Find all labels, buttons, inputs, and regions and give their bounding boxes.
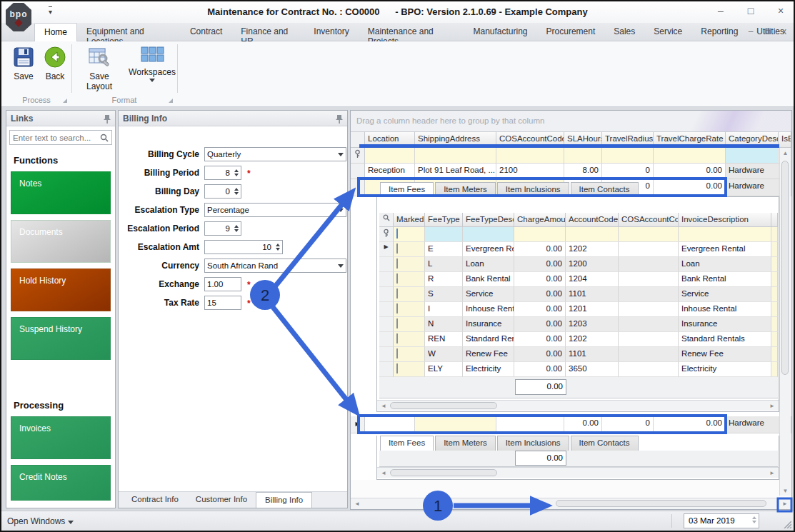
spinner-arrows-icon[interactable] <box>276 244 280 251</box>
cell-invoicedescription[interactable]: Service <box>679 287 771 302</box>
filter-cell-chargeamount[interactable] <box>514 227 566 242</box>
column-header-feetypedesc[interactable]: FeeTypeDesc <box>463 213 514 227</box>
column-header-invoicedescription[interactable]: InvoiceDescription <box>679 213 771 227</box>
cell-travelchargerate[interactable]: 0.00 <box>654 416 726 433</box>
marked-checkbox[interactable] <box>396 333 398 343</box>
currency-select[interactable]: South African Rand <box>204 259 346 273</box>
cell-feetypedesc[interactable]: Inhouse Rental <box>463 302 514 317</box>
filter-cell-travelchargerate[interactable] <box>654 148 726 164</box>
back-button[interactable]: Back <box>33 44 77 81</box>
filter-cell-location[interactable] <box>365 148 415 164</box>
cell-accountcode[interactable]: 1201 <box>566 302 619 317</box>
cell-chargeamount[interactable]: 0.00 <box>514 317 566 332</box>
marked-checkbox[interactable] <box>396 303 398 313</box>
column-header-marked[interactable]: Marked <box>394 213 425 227</box>
cell-location[interactable]: Reception <box>365 164 415 179</box>
tab-service[interactable]: Service <box>644 23 691 41</box>
cell-cosaccountcode[interactable] <box>619 362 679 377</box>
filter-cell-feetypedesc[interactable] <box>463 227 514 242</box>
filter-cell-slahours[interactable] <box>564 148 602 164</box>
cell-chargeamount[interactable]: 0.00 <box>514 257 566 272</box>
cell-travelradius[interactable]: 0 <box>602 416 654 433</box>
scroll-down-icon[interactable]: ▼ <box>780 486 791 496</box>
filter-cell-accountcode[interactable] <box>566 227 619 242</box>
filter-cell-shippingaddress[interactable] <box>415 148 496 164</box>
hold-history-button[interactable]: Hold History <box>11 268 111 311</box>
group-by-bar[interactable]: Drag a column header here to group by th… <box>351 111 791 132</box>
cell-feetypedesc[interactable]: Renew Fee <box>463 347 514 362</box>
tab-contract[interactable]: Contract <box>181 23 231 41</box>
tab-reporting[interactable]: Reporting <box>691 23 747 41</box>
scrollbar-thumb[interactable] <box>781 161 789 375</box>
marked-checkbox[interactable] <box>396 348 398 358</box>
scroll-left-icon[interactable]: ◄ <box>379 401 389 411</box>
cell-accountcode[interactable]: 1202 <box>566 242 619 257</box>
cell-travelchargerate[interactable]: 0.00 <box>654 164 726 179</box>
cell-chargeamount[interactable]: 0.00 <box>514 332 566 347</box>
ribbon-restore-icon[interactable]: ⧉ <box>764 26 771 36</box>
cell-accountcode[interactable]: 1202 <box>566 332 619 347</box>
cell-feetypedesc[interactable]: Insurance <box>463 317 514 332</box>
tab-home[interactable]: Home <box>34 23 77 41</box>
cell-feetypedesc[interactable]: Electricity <box>463 362 514 377</box>
notes-button[interactable]: Notes <box>11 171 111 214</box>
escalation-period-stepper[interactable]: 9 <box>204 221 241 236</box>
pin-icon[interactable] <box>104 114 111 124</box>
cell-cosaccountcode[interactable] <box>619 347 679 362</box>
column-header-travelchargerate[interactable]: TravelChargeRate <box>654 132 726 148</box>
resize-grip-icon[interactable] <box>783 520 791 528</box>
tab-finance-and-hr[interactable]: Finance and HR <box>231 23 304 41</box>
suspend-history-button[interactable]: Suspend History <box>11 317 111 360</box>
scroll-right-icon[interactable]: ► <box>780 499 790 508</box>
cell-chargeamount[interactable]: 0.00 <box>514 287 566 302</box>
cell-feetype[interactable]: S <box>425 287 463 302</box>
spinner-arrows-icon[interactable] <box>752 516 756 523</box>
cell-chargeamount[interactable]: 0.00 <box>514 362 566 377</box>
cell-cosaccountcode[interactable] <box>619 287 679 302</box>
spinner-arrows-icon[interactable] <box>234 169 239 176</box>
column-header-feetype[interactable]: FeeType <box>425 213 463 227</box>
cell-shippingaddress[interactable]: Plot 91 Leaf Road, ... <box>415 164 496 179</box>
save-layout-button[interactable]: Save Layout <box>77 44 121 91</box>
cell-feetype[interactable]: R <box>425 272 463 287</box>
format-dialog-launcher-icon[interactable] <box>169 99 173 103</box>
cell-chargeamount[interactable]: 0.00 <box>514 242 566 257</box>
cell-categorydesc[interactable]: Hardware <box>726 179 779 196</box>
cell-feetypedesc[interactable]: Evergreen Rental <box>463 242 514 257</box>
ribbon-minimize-icon[interactable]: – <box>749 26 754 36</box>
tax-rate-field[interactable]: 15 <box>204 296 241 310</box>
search-icon[interactable] <box>383 214 390 221</box>
cell-categorydesc[interactable]: Hardware <box>726 164 779 179</box>
cell-feetype[interactable]: ELY <box>425 362 463 377</box>
tab-customer-info[interactable]: Customer Info <box>187 492 256 508</box>
tab-billing-info[interactable]: Billing Info <box>256 492 312 508</box>
billing-day-stepper[interactable]: 0 <box>204 184 241 199</box>
cell-cosaccountcode[interactable] <box>619 242 679 257</box>
marked-checkbox[interactable] <box>396 288 398 298</box>
process-dialog-launcher-icon[interactable] <box>63 99 67 103</box>
cell-invoicedescription[interactable]: Renew Fee <box>679 347 771 362</box>
cell-chargeamount[interactable]: 0.00 <box>514 272 566 287</box>
cell-invoicedescription[interactable]: Electricity <box>679 362 771 377</box>
cell-feetypedesc[interactable]: Standard Rentals <box>463 332 514 347</box>
cell-accountcode[interactable]: 3650 <box>566 362 619 377</box>
fees-horizontal-scrollbar[interactable]: ◄ ► <box>377 467 779 478</box>
marked-filter-checkbox[interactable] <box>396 229 398 239</box>
column-header-location[interactable]: Location <box>365 132 415 148</box>
column-header-travelradius[interactable]: TravelRadius <box>602 132 654 148</box>
tab-equipment-and-locations[interactable]: Equipment and Locations <box>77 23 181 41</box>
scrollbar-thumb[interactable] <box>556 500 766 507</box>
exchange-field[interactable]: 1.00 <box>204 277 241 291</box>
scrollbar-thumb[interactable] <box>390 469 497 476</box>
scroll-right-icon[interactable]: ► <box>767 468 777 478</box>
cell-chargeamount[interactable]: 0.00 <box>514 347 566 362</box>
cell-slahours[interactable]: 8.00 <box>564 164 602 179</box>
cell-feetypedesc[interactable]: Service <box>463 287 514 302</box>
cell-feetype[interactable]: REN <box>425 332 463 347</box>
filter-cell-cosaccountcode[interactable] <box>619 227 679 242</box>
scroll-left-icon[interactable]: ◄ <box>352 499 362 508</box>
marked-checkbox[interactable] <box>396 273 398 283</box>
cell-cosaccountcode[interactable] <box>619 257 679 272</box>
column-header-cosaccountcode[interactable]: COSAccountCode <box>619 213 679 227</box>
column-header-cosaccountcode[interactable]: COSAccountCode <box>496 132 564 148</box>
